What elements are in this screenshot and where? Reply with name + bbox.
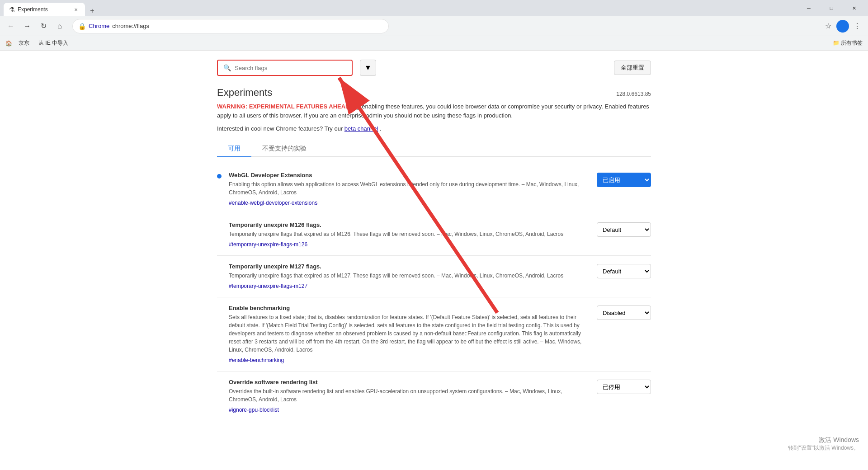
flag-title-gpu: Override software rendering list xyxy=(229,379,590,385)
flag-indicator-m126 xyxy=(217,224,222,228)
flags-list: WebGL Developer Extensions Enabling this… xyxy=(217,164,651,421)
flag-link-gpu[interactable]: #ignore-gpu-blocklist xyxy=(229,407,279,413)
tab-bar: ⚗ Experiments ✕ + xyxy=(4,0,98,16)
flag-select-m127[interactable]: Default xyxy=(597,264,651,278)
nav-bar: ← → ↻ ⌂ 🔒 Chrome chrome://flags ☆ ⋮ xyxy=(0,16,868,36)
beta-channel-link[interactable]: beta channel xyxy=(344,125,378,132)
forward-button[interactable]: → xyxy=(20,19,34,33)
flag-select-gpu[interactable]: 已停用 xyxy=(597,380,651,394)
flag-control-webgl: 已启用 xyxy=(597,173,651,187)
flag-content-m127: Temporarily unexpire M127 flags. Tempora… xyxy=(229,263,590,290)
back-button[interactable]: ← xyxy=(4,19,18,33)
flag-item-webgl: WebGL Developer Extensions Enabling this… xyxy=(217,164,651,214)
nav-right-buttons: ☆ ⋮ xyxy=(821,19,864,33)
tab-unsupported[interactable]: 不受支持的实验 xyxy=(251,141,317,157)
window-controls: ─ □ ✕ xyxy=(798,1,864,15)
tab-favicon: ⚗ xyxy=(9,6,15,13)
all-bookmarks-icon: 📁 xyxy=(833,40,840,46)
flag-indicator-webgl xyxy=(217,174,222,179)
flag-desc-m127: Temporarily unexpire flags that expired … xyxy=(229,272,590,280)
tabs-row: 可用 不受支持的实验 xyxy=(217,141,651,157)
flag-link-webgl[interactable]: #enable-webgl-developer-extensions xyxy=(229,200,317,206)
maximize-button[interactable]: □ xyxy=(821,1,842,15)
flag-indicator-m127 xyxy=(217,265,222,270)
page-title: Experiments xyxy=(217,87,272,99)
flag-title-m126: Temporarily unexpire M126 flags. xyxy=(229,221,590,228)
flag-title-m127: Temporarily unexpire M127 flags. xyxy=(229,263,590,270)
flag-item-gpu: Override software rendering list Overrid… xyxy=(217,371,651,421)
bookmark-jd-icon: 🏠 xyxy=(5,40,12,47)
flag-control-benchmarking: Disabled xyxy=(597,306,651,320)
flag-control-gpu: 已停用 xyxy=(597,380,651,394)
chrome-logo-icon: 🔒 xyxy=(78,23,86,30)
address-url-text: chrome://flags xyxy=(112,23,149,29)
minimize-button[interactable]: ─ xyxy=(798,1,819,15)
flag-desc-m126: Temporarily unexpire flags that expired … xyxy=(229,230,590,238)
flag-desc-webgl: Enabling this option allows web applicat… xyxy=(229,180,590,197)
flag-content-m126: Temporarily unexpire M126 flags. Tempora… xyxy=(229,221,590,248)
search-icon: 🔍 xyxy=(223,64,231,71)
flag-desc-benchmarking: Sets all features to a fixed state; that… xyxy=(229,313,590,354)
flag-desc-gpu: Overrides the built-in software renderin… xyxy=(229,387,590,404)
flag-link-m127[interactable]: #temporary-unexpire-flags-m127 xyxy=(229,283,307,289)
flag-content-webgl: WebGL Developer Extensions Enabling this… xyxy=(229,172,590,207)
star-button[interactable]: ☆ xyxy=(821,19,835,33)
flag-link-m126[interactable]: #temporary-unexpire-flags-m126 xyxy=(229,241,307,248)
bookmarks-right: 📁 所有书签 xyxy=(833,39,863,47)
more-button[interactable]: ⋮ xyxy=(850,19,864,33)
flag-control-m126: Default xyxy=(597,222,651,237)
search-area: 🔍 ▼ 全部重置 xyxy=(217,60,651,76)
flag-item-benchmarking: Enable benchmarking Sets all features to… xyxy=(217,297,651,371)
flag-select-webgl[interactable]: 已启用 xyxy=(597,173,651,187)
flag-indicator-gpu xyxy=(217,381,222,385)
tab-title: Experiments xyxy=(18,6,70,13)
beta-channel-text: Interested in cool new Chrome features? … xyxy=(217,125,651,132)
search-input[interactable] xyxy=(235,65,346,71)
flag-item-m126: Temporarily unexpire M126 flags. Tempora… xyxy=(217,214,651,256)
reset-all-button[interactable]: 全部重置 xyxy=(614,61,651,75)
home-button[interactable]: ⌂ xyxy=(52,19,67,33)
flag-title-webgl: WebGL Developer Extensions xyxy=(229,172,590,179)
page-content: 🔍 ▼ 全部重置 Experiments 12 xyxy=(0,51,868,470)
flag-item-m127: Temporarily unexpire M127 flags. Tempora… xyxy=(217,256,651,297)
version-text: 128.0.6613.85 xyxy=(616,91,651,97)
flag-content-benchmarking: Enable benchmarking Sets all features to… xyxy=(229,305,590,364)
flag-control-m127: Default xyxy=(597,264,651,278)
bookmark-ie-import[interactable]: 从 IE 中导入 xyxy=(36,38,71,48)
flags-container: 🔍 ▼ 全部重置 Experiments 12 xyxy=(203,51,665,430)
title-bar: ⚗ Experiments ✕ + ─ □ ✕ xyxy=(0,0,868,16)
close-window-button[interactable]: ✕ xyxy=(844,1,864,15)
flag-select-benchmarking[interactable]: Disabled xyxy=(597,306,651,320)
bookmark-jd[interactable]: 京东 xyxy=(16,38,32,48)
flag-title-benchmarking: Enable benchmarking xyxy=(229,305,590,311)
flag-indicator-benchmarking xyxy=(217,307,222,311)
flag-content-gpu: Override software rendering list Overrid… xyxy=(229,379,590,414)
active-tab[interactable]: ⚗ Experiments ✕ xyxy=(4,3,85,16)
bookmarks-bar: 🏠 京东 从 IE 中导入 📁 所有书签 xyxy=(0,36,868,51)
tab-available[interactable]: 可用 xyxy=(217,141,251,157)
tab-close-button[interactable]: ✕ xyxy=(72,6,80,13)
browser-frame: ⚗ Experiments ✕ + ─ □ ✕ ← → ↻ ⌂ 🔒 Chrome… xyxy=(0,0,868,470)
search-dropdown-button[interactable]: ▼ xyxy=(360,60,376,76)
address-bar[interactable]: 🔒 Chrome chrome://flags xyxy=(72,19,389,33)
flag-select-m126[interactable]: Default xyxy=(597,222,651,237)
search-box[interactable]: 🔍 xyxy=(217,60,353,76)
warning-paragraph: WARNING: EXPERIMENTAL FEATURES AHEAD! By… xyxy=(217,102,651,120)
beta-intro: Interested in cool new Chrome features? … xyxy=(217,125,344,132)
reload-button[interactable]: ↻ xyxy=(36,19,51,33)
warning-strong: WARNING: EXPERIMENTAL FEATURES AHEAD! xyxy=(217,103,352,110)
all-bookmarks-label[interactable]: 所有书签 xyxy=(841,40,863,46)
beta-suffix: . xyxy=(380,125,382,132)
new-tab-button[interactable]: + xyxy=(87,5,98,16)
profile-icon[interactable] xyxy=(836,20,849,33)
address-chrome-text: Chrome xyxy=(89,23,109,29)
experiments-header: Experiments 128.0.6613.85 xyxy=(217,87,651,99)
flag-link-benchmarking[interactable]: #enable-benchmarking xyxy=(229,357,284,363)
